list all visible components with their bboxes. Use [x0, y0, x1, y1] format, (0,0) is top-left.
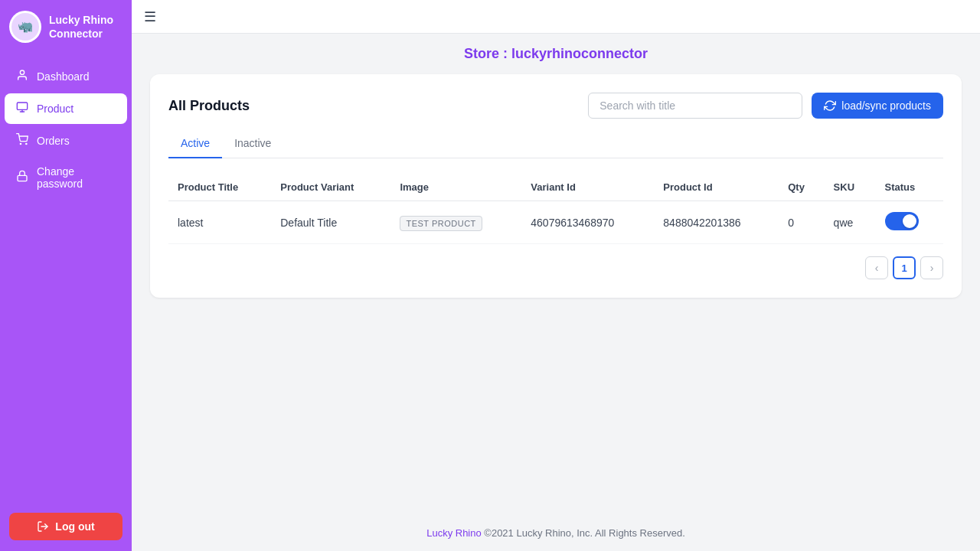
products-card: All Products load/sync products Active I…: [150, 74, 962, 298]
sidebar-logo: 🦏 Lucky Rhino Connector: [0, 0, 132, 54]
sidebar: 🦏 Lucky Rhino Connector Dashboard Produc…: [0, 0, 132, 551]
svg-point-6: [20, 143, 21, 144]
cell-sku: qwe: [825, 201, 876, 244]
store-header: Store : luckyrhinoconnector: [132, 34, 980, 74]
col-variant-id: Variant Id: [521, 174, 654, 201]
col-image: Image: [390, 174, 521, 201]
logout-button[interactable]: Log out: [9, 513, 122, 540]
products-table: Product Title Product Variant Image Vari…: [168, 174, 943, 244]
footer-text: ©2021 Lucky Rhino, Inc. All Rights Reser…: [482, 527, 685, 539]
page-title: All Products: [168, 98, 250, 114]
search-input[interactable]: [588, 93, 802, 119]
store-label: Store :: [464, 46, 511, 61]
product-icon: [15, 101, 29, 116]
sidebar-item-dashboard[interactable]: Dashboard: [5, 61, 127, 92]
person-icon: [15, 69, 29, 84]
col-product-id: Product Id: [654, 174, 779, 201]
top-bar: ☰: [132, 0, 980, 34]
sidebar-item-orders[interactable]: Orders: [5, 126, 127, 156]
load-sync-button[interactable]: load/sync products: [812, 93, 943, 119]
sidebar-item-label-dashboard: Dashboard: [37, 70, 90, 83]
sidebar-item-label-change-password: Change password: [37, 165, 116, 190]
cell-product-id: 8488042201386: [654, 201, 779, 244]
load-sync-label: load/sync products: [841, 99, 931, 112]
tab-active[interactable]: Active: [168, 131, 222, 158]
svg-rect-8: [18, 175, 27, 181]
pagination-page-1[interactable]: 1: [893, 256, 916, 279]
col-sku: SKU: [825, 174, 876, 201]
test-product-badge: TEST PRODUCT: [400, 216, 482, 231]
svg-point-7: [26, 143, 27, 144]
orders-icon: [15, 133, 29, 148]
tab-inactive[interactable]: Inactive: [222, 131, 283, 158]
cell-qty: 0: [779, 201, 824, 244]
cell-product-variant: Default Title: [271, 201, 390, 244]
footer-brand-link[interactable]: Lucky Rhino: [426, 527, 482, 539]
table-row: latest Default Title TEST PRODUCT 460796…: [168, 201, 943, 244]
svg-text:🦏: 🦏: [18, 18, 34, 34]
col-product-variant: Product Variant: [271, 174, 390, 201]
cell-product-title: latest: [168, 201, 271, 244]
hamburger-icon[interactable]: ☰: [144, 8, 156, 25]
col-status: Status: [876, 174, 943, 201]
content-area: All Products load/sync products Active I…: [132, 74, 980, 515]
col-product-title: Product Title: [168, 174, 271, 201]
tabs: Active Inactive: [168, 131, 943, 158]
col-qty: Qty: [779, 174, 824, 201]
sidebar-item-change-password[interactable]: Change password: [5, 158, 127, 197]
pagination: ‹ 1 ›: [168, 256, 943, 279]
logout-label: Log out: [55, 520, 94, 533]
table-body: latest Default Title TEST PRODUCT 460796…: [168, 201, 943, 244]
cell-variant-id: 46079613468970: [521, 201, 654, 244]
sidebar-nav: Dashboard Product Orders Change password: [0, 54, 132, 502]
logout-icon: [37, 520, 49, 533]
table-header: Product Title Product Variant Image Vari…: [168, 174, 943, 201]
sidebar-item-label-product: Product: [37, 103, 74, 115]
products-header: All Products load/sync products: [168, 93, 943, 119]
avatar: 🦏: [9, 11, 41, 43]
cell-image: TEST PRODUCT: [390, 201, 521, 244]
footer: Lucky Rhino ©2021 Lucky Rhino, Inc. All …: [132, 515, 980, 551]
status-toggle[interactable]: [885, 212, 919, 230]
cell-status: [876, 201, 943, 244]
sidebar-logo-text: Lucky Rhino Connector: [49, 13, 113, 41]
pagination-next[interactable]: ›: [920, 256, 943, 279]
store-name: luckyrhinoconnector: [511, 46, 648, 61]
header-actions: load/sync products: [588, 93, 943, 119]
sidebar-item-product[interactable]: Product: [5, 93, 127, 124]
sync-icon: [824, 99, 836, 112]
sidebar-item-label-orders: Orders: [37, 135, 70, 147]
svg-point-2: [20, 70, 24, 74]
main-content: ☰ Store : luckyrhinoconnector All Produc…: [132, 0, 980, 551]
sidebar-logout-area: Log out: [0, 502, 132, 551]
pagination-prev[interactable]: ‹: [865, 256, 888, 279]
lock-icon: [15, 170, 29, 185]
svg-rect-3: [17, 103, 27, 109]
